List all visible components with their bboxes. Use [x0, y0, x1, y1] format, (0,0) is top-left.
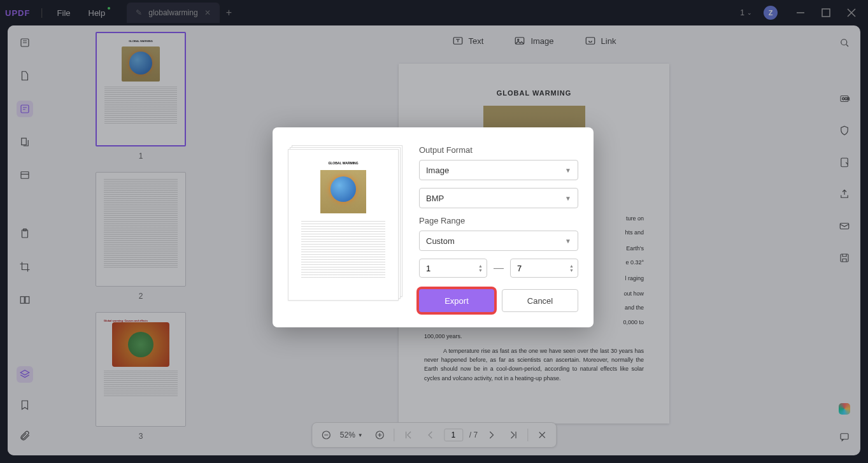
range-select[interactable]: Custom▼ [419, 231, 578, 251]
export-button[interactable]: Export [419, 289, 494, 312]
export-dialog: GLOBAL WARMING Output Format Image▼ BMP▼… [273, 127, 594, 327]
page-range-label: Page Range [419, 216, 578, 225]
format-select[interactable]: Image▼ [419, 160, 578, 180]
cancel-button[interactable]: Cancel [502, 289, 578, 312]
range-from-input[interactable]: 1▲▼ [419, 259, 487, 278]
dialog-preview: GLOBAL WARMING [288, 145, 402, 301]
chevron-down-icon: ▼ [565, 167, 571, 174]
dialog-form: Output Format Image▼ BMP▼ Page Range Cus… [419, 145, 578, 312]
chevron-down-icon: ▼ [565, 195, 571, 202]
subformat-select[interactable]: BMP▼ [419, 188, 578, 208]
chevron-down-icon: ▼ [565, 238, 571, 245]
range-dash: — [494, 262, 504, 274]
output-format-label: Output Format [419, 145, 578, 155]
range-to-input[interactable]: 7▲▼ [510, 259, 578, 278]
